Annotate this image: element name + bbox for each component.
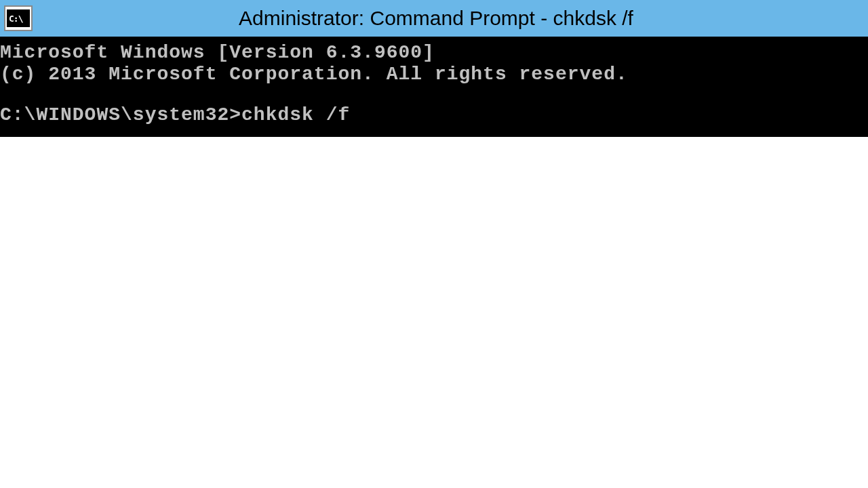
cmd-icon-inner: C:\	[7, 9, 30, 27]
cmd-icon-text: C:\	[9, 14, 22, 24]
prompt-line: C:\WINDOWS\system32>	[0, 104, 868, 126]
cmd-icon: C:\	[4, 5, 33, 31]
window-titlebar[interactable]: C:\ Administrator: Command Prompt - chkd…	[0, 0, 868, 37]
version-line: Microsoft Windows [Version 6.3.9600]	[0, 42, 868, 64]
terminal-output[interactable]: Microsoft Windows [Version 6.3.9600] (c)…	[0, 37, 868, 137]
window-title: Administrator: Command Prompt - chkdsk /…	[38, 7, 868, 30]
prompt-text: C:\WINDOWS\system32>	[0, 104, 241, 125]
copyright-line: (c) 2013 Microsoft Corporation. All righ…	[0, 64, 868, 85]
command-input[interactable]	[241, 104, 513, 125]
